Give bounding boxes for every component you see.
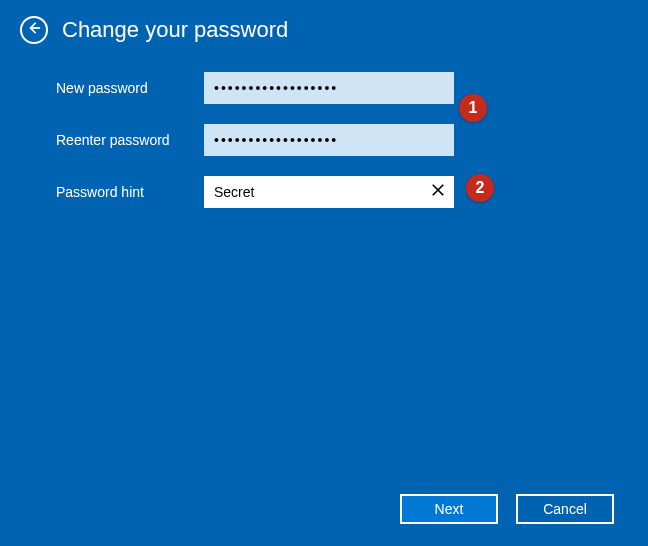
next-button[interactable]: Next: [400, 494, 498, 524]
page-title: Change your password: [62, 17, 288, 43]
cancel-button[interactable]: Cancel: [516, 494, 614, 524]
password-hint-input[interactable]: [204, 176, 454, 208]
back-button[interactable]: [20, 16, 48, 44]
form-area: New password Reenter password Password h…: [0, 52, 648, 208]
new-password-input[interactable]: [204, 72, 454, 104]
new-password-label: New password: [56, 80, 204, 96]
arrow-left-icon: [27, 21, 41, 39]
annotation-badge-2: 2: [466, 174, 494, 202]
password-hint-label: Password hint: [56, 184, 204, 200]
annotation-badge-1: 1: [459, 94, 487, 122]
reenter-password-label: Reenter password: [56, 132, 204, 148]
clear-hint-button[interactable]: [426, 180, 450, 204]
close-icon: [431, 183, 445, 201]
reenter-password-input[interactable]: [204, 124, 454, 156]
